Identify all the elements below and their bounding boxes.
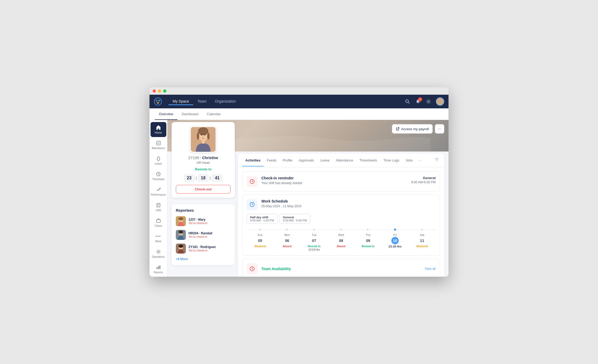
sidebar-attendance-label: Attendance [152, 147, 165, 150]
sidebar-lms-label: LMS [156, 209, 161, 212]
reportee-status-randall: Yet to check-in [188, 235, 212, 238]
tab-dashboard[interactable]: Dashboard [177, 108, 203, 120]
lms-icon [156, 202, 161, 208]
banner-actions: Access my payroll ··· [392, 124, 444, 134]
sidebar-item-attendance[interactable]: Attendance [151, 138, 166, 153]
shift-tag-halfday: Half day shift 9:00 AM - 1:00 PM [247, 214, 277, 224]
payroll-button-label: Access my payroll [401, 127, 429, 131]
day-dot-tue [313, 229, 315, 230]
search-button[interactable] [404, 98, 411, 105]
avail-view-all[interactable]: View all [425, 267, 436, 271]
day-dot-wed [340, 229, 342, 230]
week-day-sun: Sun 05 Weekend [252, 233, 268, 251]
week-day-tue: Tue 07 Remote In 13:19 Hrs [306, 233, 322, 251]
svg-point-7 [439, 99, 442, 103]
tab-timesheets[interactable]: Timesheets [356, 155, 380, 166]
svg-point-26 [203, 136, 204, 137]
profile-card: ZY198 · Christine HR Head Remote In 23 :… [172, 122, 235, 198]
svg-point-3 [159, 100, 160, 101]
sidebar-item-timesheet[interactable]: Timesheet [151, 169, 166, 184]
svg-rect-13 [157, 220, 160, 223]
svg-point-14 [158, 251, 159, 252]
profile-name: ZY198 · Christine [176, 156, 231, 160]
top-nav-right: 6 [404, 97, 444, 106]
reportee-item: HR204 · Randall Yet to check-in [176, 230, 231, 240]
svg-rect-16 [158, 266, 159, 269]
maximize-button[interactable] [163, 89, 166, 93]
settings-button[interactable] [425, 98, 432, 105]
top-nav-organization[interactable]: Organization [211, 98, 240, 105]
tab-time-logs[interactable]: Time Logs [380, 155, 402, 166]
title-bar [150, 87, 448, 95]
checkin-body: Check-in reminder Your shift has already… [261, 176, 407, 187]
work-schedule-card: Work Schedule 05-May-2024 - 11-May-2024 … [242, 195, 440, 256]
cases-icon [156, 218, 161, 224]
svg-rect-15 [157, 267, 157, 269]
sidebar-performance-label: Performance [151, 193, 166, 196]
reportee-name-randall: HR204 · Randall [188, 231, 212, 235]
day-dot-thu [367, 229, 368, 230]
notification-badge: 6 [418, 97, 422, 102]
sub-nav: Overview Dashboard Calendar [150, 108, 448, 120]
sidebar-timesheet-label: Timesheet [152, 178, 164, 181]
tab-activities[interactable]: Activities [242, 155, 264, 166]
svg-point-23 [207, 133, 210, 140]
tab-jobs[interactable]: Jobs [402, 155, 416, 166]
checkin-icon-wrap [247, 176, 258, 187]
notifications-button[interactable]: 6 [415, 98, 421, 105]
panel-filter-button[interactable] [433, 154, 440, 167]
reportees-title: Reportees [176, 208, 231, 213]
leave-icon [156, 156, 161, 161]
top-nav-links: My Space Team Organization [168, 98, 404, 105]
tab-approvals[interactable]: Approvals [296, 155, 317, 166]
profile-avatar [190, 126, 216, 153]
content-area: Access my payroll ··· [167, 120, 448, 277]
sidebar-item-performance[interactable]: Performance [151, 184, 166, 199]
checkin-shift-name: General [411, 176, 436, 180]
reportee-info-randall: HR204 · Randall Yet to check-in [188, 231, 212, 238]
tab-profile[interactable]: Profile [280, 155, 296, 166]
minimize-button[interactable] [158, 89, 161, 93]
svg-point-24 [201, 134, 202, 135]
more-icon: ••• [156, 233, 161, 239]
sidebar-item-operations[interactable]: Operations [151, 246, 166, 261]
week-day-thu: Thu 09 Remote In [360, 233, 376, 251]
sidebar-item-lms[interactable]: LMS [151, 200, 166, 215]
week-day-mon: Mon 06 Absent [279, 233, 295, 251]
tab-feeds[interactable]: Feeds [264, 155, 280, 166]
right-panel: Activities Feeds Profile Approvals Leave… [238, 154, 444, 277]
sidebar-item-reports[interactable]: Reports [151, 262, 166, 277]
schedule-icon [249, 202, 255, 208]
top-nav-my-space[interactable]: My Space [168, 98, 193, 105]
reportees-more-link[interactable]: +8 More [176, 257, 231, 261]
avail-icon-wrap [247, 263, 258, 274]
banner-more-button[interactable]: ··· [435, 124, 444, 134]
reportee-info-rodriguez: ZY181 · Rodriguez Yet to check-in [188, 245, 216, 252]
access-payroll-button[interactable]: Access my payroll [392, 124, 433, 134]
profile-title: HR Head [176, 161, 231, 165]
app-logo[interactable] [154, 97, 162, 106]
reportee-status-rodriguez: Yet to check-in [188, 249, 216, 252]
tab-overview[interactable]: Overview [155, 108, 177, 120]
reportee-avatar-mary [176, 216, 186, 226]
checkin-icon [249, 179, 255, 184]
user-avatar[interactable] [436, 97, 444, 106]
sidebar-item-leave[interactable]: Leave [151, 153, 166, 168]
checkout-button[interactable]: Check-out [176, 185, 231, 194]
shift-tag-general: General 9:00 AM - 6:00 PM [280, 214, 310, 224]
top-nav-team[interactable]: Team [193, 98, 211, 105]
close-button[interactable] [153, 89, 156, 93]
sidebar-item-cases[interactable]: Cases [151, 215, 166, 230]
week-days: Sun 05 Weekend Mon 06 Absen [247, 233, 436, 251]
sidebar-item-more[interactable]: ••• More [151, 231, 166, 246]
tab-attendance[interactable]: Attendance [333, 155, 356, 166]
day-dot-sun [259, 229, 261, 230]
svg-point-2 [156, 100, 157, 101]
sidebar-item-home[interactable]: Home [151, 122, 166, 137]
panel-tabs-more[interactable]: ··· [416, 154, 423, 166]
tab-leave[interactable]: Leave [317, 155, 333, 166]
timer-display: 23 : 18 : 41 [176, 174, 231, 182]
shift-tags: Half day shift 9:00 AM - 1:00 PM General… [247, 214, 436, 224]
schedule-header: Work Schedule 05-May-2024 - 11-May-2024 [247, 199, 436, 210]
tab-calendar[interactable]: Calendar [203, 108, 225, 120]
